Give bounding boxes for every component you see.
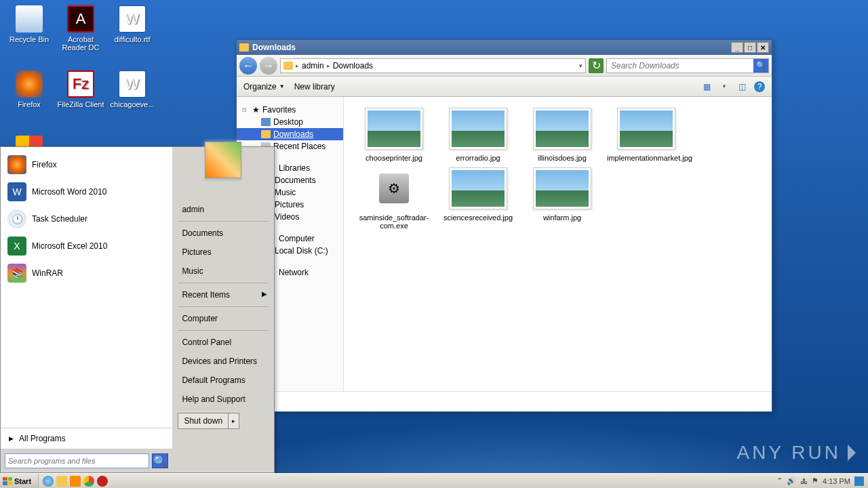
desktop-file-rtf[interactable]: Wdifficulto.rtf [108, 5, 156, 43]
arrow-right-icon: ▸ [232, 418, 235, 424]
file-name: illinoisdoes.jpg [523, 154, 601, 162]
forward-button[interactable]: → [260, 57, 277, 75]
file-item[interactable]: ⚙saminside_softradar-com.exe [355, 167, 433, 230]
file-pane[interactable]: chooseprinter.jpg errorradio.jpg illinoi… [344, 97, 772, 391]
organize-menu[interactable]: Organize▼ [243, 82, 285, 92]
firefox-icon [16, 70, 43, 98]
file-item[interactable]: illinoisdoes.jpg [523, 108, 601, 162]
desktop-file-doc[interactable]: Wchicagoeve... [108, 70, 156, 108]
start-pictures[interactable]: Pictures [172, 243, 274, 262]
file-name: saminside_softradar-com.exe [355, 214, 433, 230]
network-icon[interactable]: 🖧 [800, 477, 808, 485]
back-button[interactable]: ← [239, 57, 257, 75]
shutdown-options-button[interactable]: ▸ [229, 413, 239, 429]
clock-icon: 🕐 [7, 209, 26, 228]
breadcrumb-part[interactable]: Downloads [333, 61, 373, 70]
close-button[interactable]: ✕ [757, 42, 769, 53]
file-item[interactable]: chooseprinter.jpg [355, 108, 433, 162]
start-search-button[interactable]: 🔍 [152, 453, 168, 468]
start-recent-items[interactable]: Recent Items▶ [172, 285, 274, 304]
arrow-right-icon: ▶ [9, 435, 14, 442]
desktop-filezilla[interactable]: FzFileZilla Client [57, 70, 104, 108]
tree-favorites[interactable]: ⊟★Favorites [237, 101, 343, 116]
media-icon[interactable] [70, 476, 81, 487]
label: Documents [275, 176, 316, 185]
file-name: sciencesreceived.jpg [439, 214, 517, 222]
file-item[interactable]: winfarm.jpg [523, 167, 601, 230]
play-icon [848, 445, 856, 461]
refresh-button[interactable]: ↻ [589, 58, 604, 73]
label: All Programs [19, 434, 66, 443]
tree-desktop[interactable]: Desktop [237, 116, 343, 128]
search-input[interactable] [607, 61, 753, 70]
file-item[interactable]: implementationmarket.jpg [607, 108, 686, 162]
chrome-icon[interactable] [83, 476, 94, 487]
flag-icon[interactable]: ⚑ [812, 476, 818, 485]
clock[interactable]: 4:13 PM [823, 477, 850, 485]
label: Pictures [275, 200, 304, 209]
start-all-programs[interactable]: ▶All Programs [1, 428, 172, 449]
start-search-input[interactable] [5, 453, 149, 468]
tray-expand-icon[interactable]: ⌃ [776, 476, 783, 485]
label: Task Scheduler [32, 214, 87, 224]
minimize-button[interactable]: _ [731, 42, 743, 53]
label: Recent Items [182, 290, 230, 300]
shutdown-button[interactable]: Shut down [178, 413, 229, 429]
label: Organize [243, 82, 277, 92]
explorer-window: Downloads _ □ ✕ ← → ▸ admin ▸ Downloads … [236, 39, 772, 412]
ie-icon[interactable] [43, 476, 54, 487]
label: Network [279, 268, 309, 277]
file-item[interactable]: errorradio.jpg [439, 108, 517, 162]
tree-downloads[interactable]: Downloads [237, 128, 343, 140]
desktop-acrobat[interactable]: AAcrobat Reader DC [57, 5, 104, 52]
start-pinned-task-scheduler[interactable]: 🕐Task Scheduler [1, 205, 172, 232]
word-doc-icon: W [119, 70, 146, 98]
start-user[interactable]: admin [172, 200, 274, 219]
new-library-button[interactable]: New library [294, 82, 335, 92]
image-thumb-icon [365, 108, 423, 150]
start-pinned-winrar[interactable]: 📚WinRAR [1, 260, 172, 287]
volume-icon[interactable]: 🔊 [787, 476, 796, 485]
excel-icon: X [7, 237, 26, 256]
maximize-button[interactable]: □ [744, 42, 756, 53]
label: Videos [275, 212, 299, 222]
desktop-firefox[interactable]: Firefox [5, 70, 53, 108]
desktop-recycle-bin[interactable]: Recycle Bin [5, 5, 53, 43]
start-button[interactable]: Start [0, 474, 39, 488]
start-documents[interactable]: Documents [172, 224, 274, 243]
label: Firefox [18, 100, 41, 108]
view-options-button[interactable]: ▦ [701, 81, 712, 92]
file-item[interactable]: sciencesreceived.jpg [439, 167, 517, 230]
start-pinned-excel[interactable]: XMicrosoft Excel 2010 [1, 232, 172, 260]
start-pinned-word[interactable]: WMicrosoft Word 2010 [1, 178, 172, 205]
address-bar[interactable]: ▸ admin ▸ Downloads ▾ [280, 58, 586, 73]
label: Libraries [279, 163, 310, 173]
chevron-down-icon[interactable]: ▾ [579, 62, 583, 69]
user-avatar[interactable] [205, 142, 241, 178]
desktop-icon [261, 118, 271, 126]
start-devices-printers[interactable]: Devices and Printers [172, 352, 274, 371]
view-dropdown-button[interactable]: ▼ [719, 81, 730, 92]
start-pinned-firefox[interactable]: Firefox [1, 151, 172, 178]
file-name: winfarm.jpg [523, 214, 601, 222]
start-computer[interactable]: Computer [172, 309, 274, 328]
explorer-icon[interactable] [56, 476, 67, 487]
window-titlebar[interactable]: Downloads _ □ ✕ [237, 40, 772, 55]
start-music[interactable]: Music [172, 262, 274, 281]
start-search-row: 🔍 [1, 449, 172, 472]
start-help[interactable]: Help and Support [172, 390, 274, 409]
start-default-programs[interactable]: Default Programs [172, 371, 274, 390]
start-shutdown-group: Shut down ▸ [178, 413, 269, 429]
system-tray: ⌃ 🔊 🖧 ⚑ 4:13 PM [772, 474, 868, 488]
preview-pane-button[interactable]: ◫ [736, 81, 747, 92]
search-button[interactable]: 🔍 [753, 59, 768, 73]
word-icon: W [7, 182, 26, 201]
start-control-panel[interactable]: Control Panel [172, 333, 274, 352]
show-desktop-button[interactable] [854, 476, 864, 486]
winrar-icon: 📚 [7, 264, 26, 283]
breadcrumb-part[interactable]: admin [302, 61, 324, 70]
collapse-icon[interactable]: ⊟ [242, 107, 247, 113]
help-button[interactable]: ? [754, 81, 765, 92]
app-icon[interactable] [97, 476, 108, 487]
image-thumb-icon [533, 108, 591, 150]
